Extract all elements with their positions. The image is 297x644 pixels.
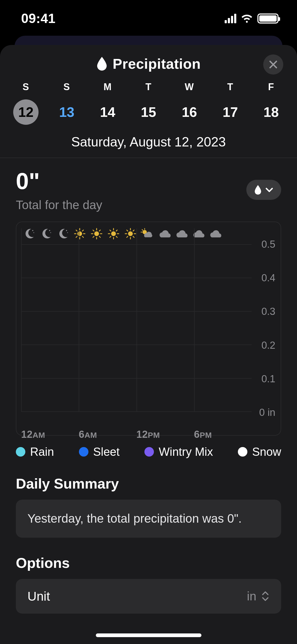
close-icon (268, 60, 278, 69)
chart-grid (21, 244, 252, 411)
svg-line-39 (133, 236, 134, 237)
x-axis-tick: 6PM (194, 429, 212, 440)
day-number: 16 (182, 104, 197, 120)
cloudy-icon (207, 226, 223, 242)
day-of-week: T (145, 81, 152, 93)
svg-line-20 (93, 230, 94, 231)
legend-item-rain: Rain (16, 445, 54, 458)
close-button[interactable] (263, 54, 283, 75)
legend-label: Wintry Mix (159, 445, 213, 458)
clear-night-icon (38, 226, 54, 242)
legend-item-sleet: Sleet (79, 445, 120, 458)
selected-date-label: Saturday, August 12, 2023 (0, 125, 297, 158)
day-of-week: W (185, 81, 194, 93)
metric-picker-button[interactable] (246, 180, 281, 200)
svg-point-6 (77, 231, 82, 236)
day-12[interactable]: S 12 (6, 81, 45, 125)
day-of-week: S (22, 81, 29, 93)
y-axis-tick: 0 in (259, 407, 275, 418)
options-heading: Options (16, 538, 281, 579)
day-selector[interactable]: S 12S 13M 14T 15W 16T 17F 18 (0, 75, 297, 125)
sunny-icon (106, 226, 121, 242)
day-of-week: S (63, 81, 70, 93)
clear-night-icon (55, 226, 71, 242)
day-number: 14 (100, 104, 115, 120)
day-number: 18 (263, 104, 279, 120)
x-axis-tick: 12PM (136, 429, 160, 440)
svg-point-15 (94, 231, 99, 236)
svg-point-0 (32, 230, 33, 231)
unit-option-label: Unit (27, 589, 50, 604)
day-15[interactable]: T 15 (129, 81, 168, 125)
precipitation-chart[interactable]: 12AM6AM12PM6PM 0 in0.10.20.30.40.5 (16, 222, 281, 436)
status-time: 09:41 (21, 11, 55, 26)
svg-point-1 (34, 232, 34, 233)
y-axis-tick: 0.4 (261, 272, 275, 284)
svg-point-2 (49, 230, 50, 231)
legend-item-wintry-mix: Wintry Mix (144, 445, 213, 458)
day-18[interactable]: F 18 (252, 81, 291, 125)
cloudy-icon (173, 226, 189, 242)
svg-point-5 (67, 232, 68, 233)
status-bar: 09:41 (0, 0, 297, 37)
svg-line-32 (110, 236, 111, 237)
cloudy-icon (156, 226, 172, 242)
day-number: 12 (18, 104, 34, 120)
sheet-title: Precipitation (96, 56, 201, 72)
svg-line-30 (116, 236, 117, 237)
day-14[interactable]: M 14 (88, 81, 127, 125)
daily-summary-card: Yesterday, the total precipitation was 0… (16, 500, 281, 538)
y-axis-tick: 0.5 (261, 239, 275, 250)
day-number: 15 (141, 104, 156, 120)
svg-point-33 (128, 231, 133, 236)
svg-line-29 (110, 230, 111, 231)
y-axis-tick: 0.1 (261, 373, 275, 384)
day-16[interactable]: W 16 (170, 81, 209, 125)
legend-swatch (79, 447, 88, 457)
precipitation-caption: Total for the day (16, 195, 102, 212)
svg-line-11 (76, 230, 77, 231)
day-of-week: F (268, 81, 274, 93)
precipitation-amount: 0" (16, 168, 102, 195)
day-of-week: M (103, 81, 112, 93)
day-number: 17 (223, 104, 238, 120)
day-13[interactable]: S 13 (47, 81, 86, 125)
clear-night-icon (21, 226, 37, 242)
day-17[interactable]: T 17 (211, 81, 250, 125)
legend-label: Rain (30, 445, 54, 458)
sunny-icon (89, 226, 105, 242)
chevron-down-icon (265, 186, 273, 194)
legend-swatch (238, 447, 247, 457)
svg-line-38 (127, 230, 128, 231)
unit-option-row[interactable]: Unit in (16, 579, 281, 614)
svg-point-3 (50, 232, 51, 233)
svg-line-40 (133, 230, 134, 231)
battery-icon (257, 13, 279, 24)
sunny-icon (72, 226, 88, 242)
svg-line-41 (127, 236, 128, 237)
home-indicator[interactable] (96, 633, 201, 637)
x-axis-tick: 12AM (21, 429, 45, 440)
svg-line-12 (82, 236, 83, 237)
sheet-title-text: Precipitation (113, 56, 201, 72)
precipitation-icon (96, 57, 107, 71)
svg-point-4 (66, 230, 67, 231)
status-indicators (225, 13, 279, 24)
y-axis-tick: 0.3 (261, 306, 275, 317)
legend-swatch (16, 447, 25, 457)
svg-line-23 (93, 236, 94, 237)
svg-line-45 (142, 229, 143, 230)
wifi-icon (241, 14, 253, 23)
drop-icon (254, 185, 262, 195)
legend-swatch (144, 447, 154, 457)
precipitation-sheet: Precipitation S 12S 13M 14T 15W 16T (0, 45, 297, 644)
legend-label: Sleet (93, 445, 120, 458)
day-of-week: T (227, 81, 233, 93)
svg-line-21 (99, 236, 100, 237)
legend-label: Snow (252, 445, 281, 458)
cellular-icon (225, 14, 236, 23)
cloudy-icon (190, 226, 206, 242)
svg-line-13 (82, 230, 83, 231)
unit-option-value: in (247, 589, 256, 603)
svg-line-22 (99, 230, 100, 231)
